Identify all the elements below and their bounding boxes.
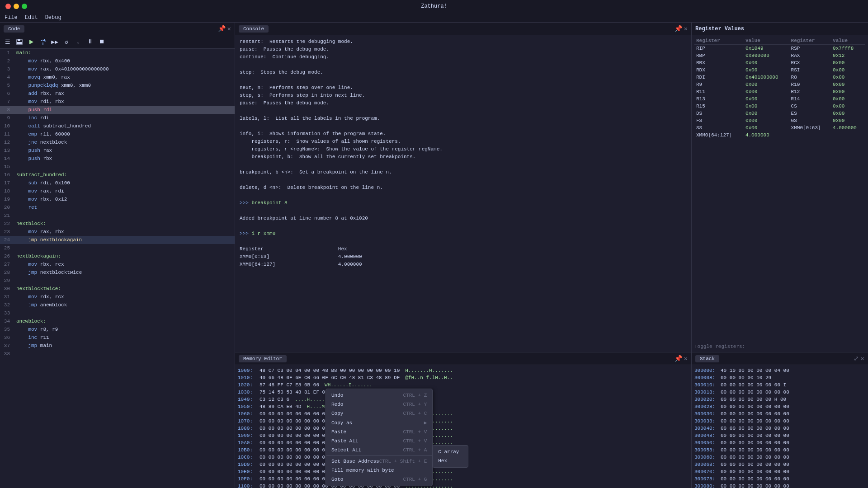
code-pin-icon[interactable]: 📌: [218, 25, 226, 33]
console-tab[interactable]: Console: [239, 25, 269, 33]
code-line-4: 4 movq xmm0, rax: [0, 73, 235, 81]
code-close-icon[interactable]: ✕: [227, 25, 231, 33]
submenu-c-array[interactable]: C array: [433, 447, 468, 456]
toolbar-run-icon[interactable]: [26, 37, 36, 47]
list-item: 10E0:00 00 00 00 00 00 00 00 00 00 00 00…: [238, 468, 689, 475]
toolbar-step-down-icon[interactable]: ↓: [73, 37, 83, 47]
list-item: 300000:40 10 00 00 00 00 04 00: [694, 367, 865, 374]
code-line-2: 2 mov rbx, 0x400: [0, 57, 235, 65]
console-panel-controls: 📌 ✕: [675, 25, 688, 33]
code-line-10: 10 call subtract_hundred: [0, 122, 235, 130]
code-line-28: 28 jmp nextblocktwice: [0, 268, 235, 277]
select-all-label: Select All: [331, 447, 361, 453]
list-item: 300070:00 00 00 00 00 00 00 00: [694, 468, 865, 475]
code-line-19: 19 mov rbx, 0x12: [0, 195, 235, 203]
code-line-16: 16 subtract_hundred:: [0, 171, 235, 179]
code-line-27: 27 mov rbx, rcx: [0, 260, 235, 268]
code-line-14: 14 push rbx: [0, 155, 235, 163]
redo-label: Redo: [331, 402, 343, 407]
toolbar-restart-icon[interactable]: ↺: [61, 37, 71, 47]
table-row: FS0x00GS0x00: [694, 117, 865, 124]
code-line-15: 15: [0, 163, 235, 171]
table-row: R130x00R140x00: [694, 95, 865, 103]
toolbar-step-over-icon[interactable]: [38, 37, 48, 47]
undo-shortcut: CTRL + Z: [403, 393, 427, 398]
code-line-38: 38: [0, 350, 235, 358]
memory-panel: Memory Editor 📌 ✕ 1000:48 C7 C3 00 04 00…: [235, 352, 692, 488]
list-item: 300040:00 00 00 00 00 00 00 00: [694, 425, 865, 432]
list-item: 1080:00 00 00 00 00 00 00 00 00 00 00 00…: [238, 425, 689, 432]
memory-close-icon[interactable]: ✕: [684, 355, 688, 362]
list-item: 300060:00 00 00 00 00 00 00 00: [694, 454, 865, 461]
list-item: 300038:00 00 00 00 00 00 00 00: [694, 418, 865, 425]
toggle-registers-label: Toggle registers:: [692, 341, 868, 352]
register-panel: Register Values Register Value Register …: [692, 23, 868, 352]
copy-label: Copy: [331, 411, 343, 416]
context-menu-set-base[interactable]: Set Base Address CTRL + Shift + E: [326, 457, 432, 466]
table-row: SS0x00XMM0[0:63]4.000000: [694, 124, 865, 131]
stack-close-icon[interactable]: ✕: [861, 355, 864, 362]
close-button[interactable]: [5, 4, 11, 9]
memory-editor-content: 1000:48 C7 C3 00 04 00 00 48 B8 00 00 00…: [235, 365, 691, 488]
code-line-9: 9 inc rdi: [0, 114, 235, 122]
bottom-area: Memory Editor 📌 ✕ 1000:48 C7 C3 00 04 00…: [235, 352, 868, 488]
context-menu-redo[interactable]: Redo CTRL + Y: [326, 400, 432, 409]
register-table: Register Value Register Value RIP0x1049R…: [694, 37, 865, 139]
console-close-icon[interactable]: ✕: [684, 25, 688, 33]
maximize-button[interactable]: [22, 4, 27, 9]
table-row: RDI0x401000000R80x00: [694, 74, 865, 81]
code-editor: 1 main: 2 mov rbx, 0x400 3 mov rax, 0x40…: [0, 49, 235, 488]
context-menu-fill-memory[interactable]: Fill memory with byte: [326, 466, 432, 475]
code-line-34: 34 anewblock:: [0, 317, 235, 325]
code-line-23: 23 mov rax, rbx: [0, 228, 235, 236]
paste-shortcut: CTRL + V: [403, 429, 427, 435]
memory-tab[interactable]: Memory Editor: [239, 355, 287, 362]
context-menu-paste[interactable]: Paste CTRL + V: [326, 427, 432, 436]
toolbar-pause-icon[interactable]: ⏸: [85, 37, 95, 47]
list-item: 300030:00 00 00 00 00 00 00 00: [694, 410, 865, 418]
undo-label: Undo: [331, 393, 343, 398]
svg-marker-3: [29, 40, 33, 44]
menu-edit[interactable]: Edit: [25, 14, 38, 21]
context-menu-copy-as[interactable]: Copy as ▶ C array Hex: [326, 418, 432, 427]
stack-content: 300000:40 10 00 00 00 00 04 00 300008:00…: [692, 365, 868, 488]
window-title: Zathura!: [421, 3, 447, 9]
code-line-26: 26 nextblockagain:: [0, 252, 235, 260]
list-item: 300048:00 00 00 00 00 00 00 00: [694, 432, 865, 439]
stack-tab[interactable]: Stack: [695, 355, 719, 362]
code-line-36: 36 inc r11: [0, 333, 235, 342]
copy-as-submenu: C array Hex: [432, 445, 468, 468]
code-line-5: 5 punpcklqdq xmm0, xmm0: [0, 81, 235, 89]
submenu-hex[interactable]: Hex: [433, 456, 468, 465]
reg-col-header-1: Register: [694, 37, 744, 45]
list-item: 300008:00 00 00 00 10 29: [694, 374, 865, 381]
menu-file[interactable]: File: [5, 14, 18, 21]
minimize-button[interactable]: [14, 4, 19, 9]
context-separator-1: [326, 455, 432, 456]
menu-debug[interactable]: Debug: [45, 14, 61, 21]
right-area: Console 📌 ✕ restart: Restarts the debugg…: [235, 23, 868, 488]
toolbar-menu-icon[interactable]: ☰: [3, 37, 13, 47]
stack-expand-icon[interactable]: ⤢: [854, 355, 859, 362]
toolbar-step-into-icon[interactable]: ▶▶: [50, 37, 60, 47]
code-line-6: 6 add rbx, rax: [0, 89, 235, 98]
context-menu-paste-all[interactable]: Paste All CTRL + V: [326, 436, 432, 446]
context-menu-goto[interactable]: Goto CTRL + G: [326, 475, 432, 484]
toolbar-save-icon[interactable]: [14, 37, 24, 47]
console-panel: Console 📌 ✕ restart: Restarts the debugg…: [235, 23, 692, 352]
list-item: 300018:00 00 00 00 00 00 00 00: [694, 389, 865, 396]
table-row: R110x00R120x00: [694, 88, 865, 95]
context-menu-copy[interactable]: Copy CTRL + C: [326, 409, 432, 418]
goto-label: Goto: [331, 477, 343, 482]
context-menu-undo[interactable]: Undo CTRL + Z: [326, 391, 432, 400]
toolbar-stop-icon[interactable]: ⏹: [97, 37, 107, 47]
register-panel-header: Register Values: [692, 23, 868, 35]
code-line-32: 32 jmp anewblock: [0, 301, 235, 309]
code-tab[interactable]: Code: [4, 25, 24, 33]
context-menu-select-all[interactable]: Select All CTRL + A: [326, 446, 432, 455]
memory-pin-icon[interactable]: 📌: [675, 355, 682, 362]
context-menu: Undo CTRL + Z Redo CTRL + Y Copy CTRL + …: [326, 389, 433, 486]
console-pin-icon[interactable]: 📌: [675, 25, 682, 33]
menu-bar: File Edit Debug: [0, 13, 868, 23]
console-output: restart: Restarts the debugging mode. pa…: [235, 35, 691, 352]
